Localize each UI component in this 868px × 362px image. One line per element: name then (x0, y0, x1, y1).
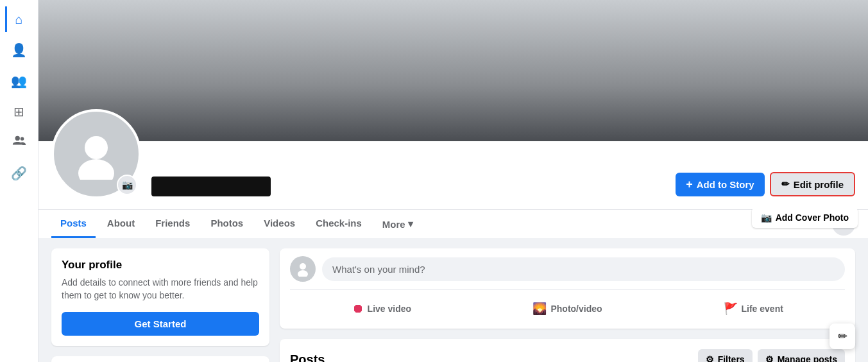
home-icon: ⌂ (15, 12, 22, 27)
tab-more[interactable]: More ▾ (373, 211, 422, 237)
live-video-icon: ⏺ (352, 302, 364, 316)
edit-profile-button[interactable]: ✏ Edit profile (770, 172, 855, 196)
post-composer: What's on your mind? ⏺ Live video 🌄 Phot… (280, 248, 855, 329)
life-event-button[interactable]: 🚩 Life event (661, 297, 845, 321)
posts-header: Posts ⚙ Filters ⚙ Manage posts (290, 349, 845, 362)
composer-placeholder: What's on your mind? (332, 264, 425, 275)
chevron-down-icon: ▾ (408, 218, 413, 230)
profile-actions: + Add to Story ✏ Edit profile (676, 172, 855, 199)
svg-point-3 (78, 159, 114, 180)
cover-area: 📷 Add Cover Photo 📷 ████████████ (38, 0, 868, 238)
svg-point-0 (15, 135, 19, 140)
add-cover-label: Add Cover Photo (776, 212, 849, 223)
link-icon: 🔗 (11, 166, 27, 181)
tab-videos[interactable]: Videos (255, 210, 304, 238)
profile-info-row: 📷 ████████████ + Add to Story ✏ Edit pro… (38, 141, 868, 209)
photo-video-label: Photo/video (550, 304, 602, 314)
main-content: 📷 Add Cover Photo 📷 ████████████ (38, 0, 868, 362)
your-profile-title: Your profile (62, 259, 259, 272)
sidebar-item-friends[interactable]: 👥 (6, 68, 32, 94)
right-column: What's on your mind? ⏺ Live video 🌄 Phot… (280, 248, 855, 362)
friends-icon: 👥 (11, 73, 27, 89)
grid-icon: ⊞ (13, 104, 24, 119)
tab-posts-label: Posts (60, 218, 87, 228)
edit-profile-label: Edit profile (794, 179, 844, 190)
tab-more-label: More (382, 219, 405, 230)
profile-name-area: ████████████ (151, 177, 676, 199)
tab-about-label: About (107, 218, 135, 228)
tab-videos-label: Videos (264, 218, 295, 228)
sidebar-item-groups[interactable] (6, 130, 32, 155)
composer-avatar (290, 256, 316, 282)
your-profile-description: Add details to connect with more friends… (62, 277, 259, 302)
tab-posts[interactable]: Posts (51, 210, 96, 238)
profile-nav: Posts About Friends Photos Videos Check-… (38, 209, 868, 238)
tab-photos-label: Photos (210, 218, 243, 228)
svg-point-1 (20, 137, 24, 141)
composer-input[interactable]: What's on your mind? (322, 257, 845, 281)
svg-point-4 (300, 263, 306, 270)
posts-section: Posts ⚙ Filters ⚙ Manage posts (280, 339, 855, 362)
add-story-plus-icon: + (686, 178, 693, 191)
sidebar-item-profile[interactable]: 👤 (6, 37, 32, 63)
live-video-button[interactable]: ⏺ Live video (290, 297, 473, 321)
svg-point-5 (298, 270, 308, 277)
life-event-label: Life event (742, 304, 783, 314)
posts-controls: ⚙ Filters ⚙ Manage posts (698, 349, 845, 362)
svg-point-2 (85, 136, 108, 159)
filters-label: Filters (718, 354, 745, 362)
tab-checkins[interactable]: Check-ins (307, 210, 371, 238)
add-story-label: Add to Story (697, 179, 754, 190)
floating-edit-button[interactable]: ✏ (830, 323, 855, 349)
composer-top: What's on your mind? (290, 256, 845, 282)
profile-icon: 👤 (11, 42, 27, 58)
avatar-camera-button[interactable]: 📷 (117, 175, 137, 195)
tab-about[interactable]: About (98, 210, 144, 238)
floating-edit-icon: ✏ (838, 329, 847, 343)
avatar-container: 📷 (51, 109, 141, 199)
left-column: Your profile Add details to connect with… (51, 248, 269, 362)
photo-video-button[interactable]: 🌄 Photo/video (476, 297, 660, 321)
cover-photo (38, 0, 868, 141)
your-profile-card: Your profile Add details to connect with… (51, 248, 269, 346)
add-to-story-button[interactable]: + Add to Story (676, 173, 765, 196)
intro-card: Intro (51, 356, 269, 362)
filters-button[interactable]: ⚙ Filters (698, 349, 753, 362)
get-started-label: Get Started (135, 318, 187, 329)
edit-pencil-icon: ✏ (781, 178, 790, 190)
sidebar-item-grid[interactable]: ⊞ (6, 99, 32, 125)
tab-friends-label: Friends (155, 218, 190, 228)
tab-checkins-label: Check-ins (316, 218, 362, 228)
manage-posts-button[interactable]: ⚙ Manage posts (758, 349, 845, 362)
composer-actions: ⏺ Live video 🌄 Photo/video 🚩 Life event (290, 289, 845, 321)
get-started-button[interactable]: Get Started (62, 312, 259, 336)
filters-icon: ⚙ (706, 354, 714, 362)
life-event-icon: 🚩 (724, 302, 738, 316)
manage-icon: ⚙ (765, 354, 774, 362)
groups-icon (12, 134, 26, 151)
camera-icon: 📷 (761, 212, 772, 223)
photo-video-icon: 🌄 (532, 302, 547, 316)
manage-posts-label: Manage posts (778, 354, 837, 362)
sidebar-item-link[interactable]: 🔗 (6, 160, 32, 186)
sidebar: ⌂ 👤 👥 ⊞ 🔗 (0, 0, 38, 362)
camera-badge-icon: 📷 (122, 180, 133, 190)
profile-name: ████████████ (151, 177, 271, 196)
posts-title: Posts (290, 352, 325, 363)
live-video-label: Live video (368, 304, 411, 314)
sidebar-item-home[interactable]: ⌂ (5, 6, 31, 32)
content-area: Your profile Add details to connect with… (38, 238, 868, 362)
add-cover-button[interactable]: 📷 Add Cover Photo (752, 207, 858, 228)
tab-photos[interactable]: Photos (201, 210, 252, 238)
tab-friends[interactable]: Friends (146, 210, 199, 238)
